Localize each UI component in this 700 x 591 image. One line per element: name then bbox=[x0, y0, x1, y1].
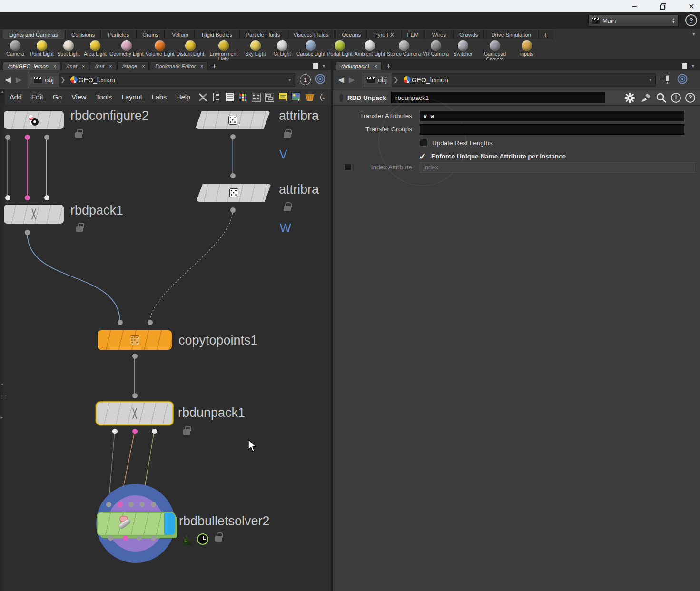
node-rbdpack1[interactable] bbox=[4, 205, 64, 224]
input-port[interactable] bbox=[118, 502, 123, 507]
menu-labs[interactable]: Labs bbox=[147, 93, 171, 101]
output-port[interactable] bbox=[5, 135, 10, 140]
shelf-tool-gamepad-camera[interactable]: Gamepad Camera bbox=[477, 40, 513, 62]
pane-tab-stage[interactable]: /stage× bbox=[117, 61, 149, 70]
input-port[interactable] bbox=[25, 195, 30, 200]
breadcrumb-geo[interactable]: GEO_lemon bbox=[412, 76, 452, 84]
transfer-groups-input[interactable] bbox=[420, 124, 684, 135]
nav-forward-button[interactable]: ▶ bbox=[349, 75, 355, 85]
output-port[interactable] bbox=[151, 535, 156, 541]
path-field[interactable]: obj ❯ GEO_lemon ▼ bbox=[362, 73, 656, 87]
shelf-tab-viscous-fluids[interactable]: Viscous Fluids bbox=[287, 30, 335, 39]
menu-add[interactable]: Add bbox=[5, 93, 27, 101]
tools-icon[interactable] bbox=[198, 92, 208, 102]
tab-close-icon[interactable]: × bbox=[82, 64, 85, 69]
pin-icon[interactable] bbox=[661, 74, 673, 86]
node-copytopoints1[interactable] bbox=[98, 330, 172, 350]
hierarchy-icon[interactable] bbox=[211, 92, 221, 102]
update-rest-lengths-checkbox[interactable] bbox=[420, 139, 427, 147]
shelf-tab-drive-simulation[interactable]: Drive Simulation bbox=[485, 30, 537, 39]
shelf-tool-stereo-camera[interactable]: Stereo Camera bbox=[387, 40, 421, 57]
help-button[interactable]: ? bbox=[685, 14, 697, 26]
node-rbdbulletsolver2[interactable] bbox=[98, 513, 175, 535]
pane-maximize-icon[interactable] bbox=[682, 63, 687, 69]
time-dependent-badge-icon[interactable] bbox=[197, 533, 208, 545]
param-help-icon[interactable]: ? bbox=[685, 93, 695, 103]
shelf-tool-camera[interactable]: Camera bbox=[3, 40, 28, 57]
shelf-tab-pyro-fx[interactable]: Pyro FX bbox=[368, 30, 400, 39]
input-port[interactable] bbox=[118, 320, 123, 325]
new-tab-button[interactable]: + bbox=[208, 61, 220, 70]
output-port[interactable] bbox=[25, 230, 30, 235]
sticky-note-icon[interactable] bbox=[278, 92, 288, 102]
shelf-tab-oceans[interactable]: Oceans bbox=[335, 30, 367, 39]
shelf-tool-gi-light[interactable]: GI Light bbox=[270, 40, 295, 57]
enforce-unique-checkbox-checked[interactable]: ✓ bbox=[419, 151, 428, 162]
node-type-icon[interactable] bbox=[338, 93, 345, 102]
input-port[interactable] bbox=[139, 502, 145, 507]
radial-menu-icon[interactable] bbox=[677, 73, 688, 87]
shelf-tab-collisions[interactable]: Collisions bbox=[65, 30, 101, 39]
tab-close-icon[interactable]: × bbox=[200, 64, 203, 69]
output-port[interactable] bbox=[44, 135, 49, 140]
shelf-overflow-icon[interactable]: ▼ bbox=[691, 31, 696, 37]
menu-go[interactable]: Go bbox=[48, 93, 67, 101]
input-port[interactable] bbox=[106, 502, 111, 507]
shelf-tab-lights-and-cameras[interactable]: Lights and Cameras bbox=[3, 30, 64, 39]
close-button[interactable]: ✕ bbox=[687, 1, 696, 11]
menu-help[interactable]: Help bbox=[171, 93, 195, 101]
shelf-tool-portal-light[interactable]: Portal Light bbox=[327, 40, 353, 57]
shelf-tab-particles[interactable]: Particles bbox=[102, 30, 135, 39]
shelf-tool-switcher[interactable]: Switcher bbox=[451, 40, 475, 57]
desktop-spinner[interactable]: ▲▼ bbox=[672, 18, 675, 23]
input-port[interactable] bbox=[44, 195, 49, 200]
search-icon[interactable] bbox=[655, 92, 667, 103]
shelf-tool-inputs[interactable]: inputs bbox=[514, 40, 539, 57]
node-rbdconfigure2[interactable] bbox=[4, 111, 64, 129]
shelf-tool-area-light[interactable]: Area Light bbox=[83, 40, 108, 57]
shelf-tool-ambient-light[interactable]: Ambient Light bbox=[355, 40, 385, 57]
nav-back-button[interactable]: ◀ bbox=[338, 75, 344, 85]
breadcrumb-geo[interactable]: GEO_lemon bbox=[79, 76, 119, 84]
list-view-icon[interactable] bbox=[225, 92, 235, 102]
node-attribrandomize2[interactable] bbox=[196, 184, 271, 202]
output-port[interactable] bbox=[108, 535, 113, 541]
output-port[interactable] bbox=[137, 535, 142, 541]
menu-layout[interactable]: Layout bbox=[117, 93, 147, 101]
pane-menu-icon[interactable]: ▼ bbox=[322, 64, 326, 69]
pane-tab-obj-geo-lemon[interactable]: /obj/GEO_lemon× bbox=[3, 61, 60, 70]
pane-tab-bookmark-editor[interactable]: Bookmark Editor× bbox=[150, 61, 207, 70]
brush-icon[interactable] bbox=[640, 92, 651, 103]
input-port[interactable] bbox=[151, 502, 156, 507]
restore-button[interactable] bbox=[658, 1, 668, 11]
nav-forward-button[interactable]: ▶ bbox=[16, 75, 22, 85]
shelf-tab-crowds[interactable]: Crowds bbox=[453, 30, 484, 39]
tab-close-icon[interactable]: × bbox=[109, 64, 112, 69]
node-rbdunpack1-selected[interactable] bbox=[97, 403, 172, 424]
menu-view[interactable]: View bbox=[67, 93, 91, 101]
desktop-selector[interactable]: Main ▲▼ bbox=[588, 14, 679, 27]
shelf-tool-point-light[interactable]: Point Light bbox=[30, 40, 54, 57]
shelf-tool-spot-light[interactable]: Spot Light bbox=[56, 40, 81, 57]
minimize-button[interactable]: – bbox=[630, 1, 639, 11]
input-port[interactable] bbox=[5, 195, 10, 200]
shelf-tab-wires[interactable]: Wires bbox=[426, 30, 452, 39]
nav-back-button[interactable]: ◀ bbox=[5, 75, 11, 85]
pane-tab-out[interactable]: /out× bbox=[90, 61, 116, 70]
shelf-tool-environment-light[interactable]: Environment Light bbox=[206, 40, 241, 62]
output-port[interactable] bbox=[123, 535, 128, 541]
pane-tab-mat[interactable]: /mat× bbox=[61, 61, 89, 70]
shelf-add-tab-button[interactable]: + bbox=[538, 30, 552, 39]
shelf-tool-vr-camera[interactable]: VR Camera bbox=[423, 40, 449, 57]
asset-box-icon[interactable] bbox=[305, 92, 315, 102]
layout-icon[interactable] bbox=[265, 92, 275, 102]
shelf-tool-distant-light[interactable]: Distant Light bbox=[177, 40, 204, 57]
shelf-tool-sky-light[interactable]: Sky Light bbox=[243, 40, 268, 57]
pane-maximize-icon[interactable] bbox=[313, 63, 318, 69]
new-tab-button[interactable]: + bbox=[383, 61, 394, 70]
radial-menu-icon[interactable] bbox=[315, 73, 326, 87]
background-image-icon[interactable]: + bbox=[291, 92, 301, 102]
menubar-collapse-strip[interactable]: ▲ bbox=[0, 89, 5, 105]
gear-icon[interactable] bbox=[624, 92, 635, 103]
input-port[interactable] bbox=[148, 320, 153, 325]
